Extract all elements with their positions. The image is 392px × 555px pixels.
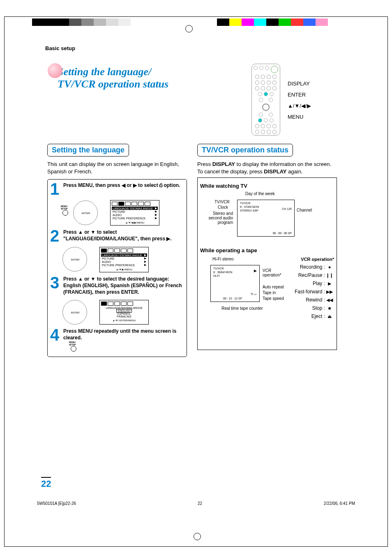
- print-swatches-right: [217, 18, 328, 26]
- print-swatches-left: [32, 18, 131, 26]
- page-title: Setting the language/ TV/VCR operation s…: [58, 66, 168, 90]
- vcr-operation-legend: VCR operation* Recording :● Rec/Pause :❙…: [277, 257, 334, 322]
- step-number: 2: [50, 229, 61, 243]
- osd-screen-2: LANGUAGE/ IDIOMA/LANGUE▶ PICTURE▶ AUDIO▶…: [99, 247, 149, 272]
- step-4-text: Press MENU repeatedly until the menu scr…: [63, 328, 184, 342]
- remote-labels: DISPLAY ENTER ▲/▼/◀/▶ MENU: [288, 78, 311, 122]
- tape-heading: While operating a tape: [200, 247, 334, 253]
- dpad-icon: [73, 200, 98, 225]
- tape-screen: TV/VCR 8 : 30AM MON HI-FI ▶ ⟲ ▭ 00 : 15 …: [210, 265, 260, 302]
- intro-right: Press DISPLAY to display the information…: [197, 161, 337, 175]
- section-title-left: Setting the language: [47, 144, 129, 157]
- breadcrumb: Basic setup: [45, 45, 75, 51]
- tv-screen: TV/VCR 8 : 47AM MON STEREO SAP CH 125 00…: [237, 200, 295, 237]
- remote-diagram: [251, 64, 280, 136]
- step-number: 4: [50, 328, 61, 342]
- step-1-text: Press MENU, then press ◀ or ▶ to select …: [63, 182, 184, 196]
- step-number: 1: [50, 182, 61, 196]
- osd-screen-1: LANGUAGE/ IDIOMA/LANGUE▶ PICTURE▶ AUDIO▶…: [110, 200, 159, 226]
- osd-screen-3: LANGUAGE/IDIOMA/LANGUE ENGLISH ESPAÑOL F…: [99, 300, 149, 325]
- steps-box: 1 Press MENU, then press ◀ or ▶ to selec…: [47, 179, 187, 357]
- page-number: 22: [41, 477, 51, 489]
- step-3-text: Press ▲ or ▼ to select the desired langu…: [63, 276, 184, 296]
- dpad-icon: [62, 247, 87, 272]
- intro-left: This unit can display the on screen lang…: [47, 161, 187, 175]
- tv-heading: While watching TV: [200, 183, 334, 189]
- menu-button-icon: [62, 210, 70, 216]
- status-frame: While watching TV Day of the week TV/VCR…: [197, 177, 337, 350]
- step-number: 3: [50, 276, 61, 296]
- footer: 5W50101A [E]p22-26 22 2/22/06, 6:41 PM: [37, 501, 355, 506]
- dpad-icon: [62, 300, 87, 325]
- step-2-text: Press ▲ or ▼ to select "LANGUAGE/IDIOMA/…: [63, 229, 184, 243]
- section-title-right: TV/VCR operation status: [197, 144, 293, 157]
- menu-button-icon: [71, 346, 78, 352]
